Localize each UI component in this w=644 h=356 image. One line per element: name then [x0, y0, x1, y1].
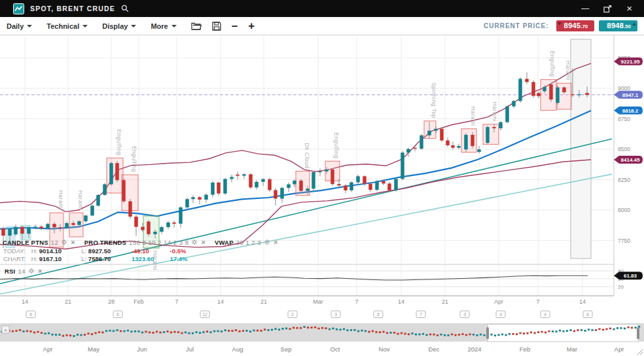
open-folder-icon[interactable] — [191, 22, 202, 30]
pattern-box-engulfing[interactable] — [541, 80, 556, 111]
navigator-mini-candle — [555, 330, 557, 332]
navigator-mini-candle — [224, 329, 226, 331]
navigator-mini-candle — [242, 330, 244, 332]
pattern-label: Harami — [470, 106, 476, 126]
navigator-selection[interactable] — [488, 325, 638, 342]
navigator-mini-candle — [192, 332, 194, 334]
indicator-vwap[interactable]: VWAP 20 1 2 3 × — [215, 238, 278, 246]
navigator-handle-left[interactable] — [486, 327, 489, 339]
navigator-mini-candle — [101, 332, 103, 334]
minimize-button[interactable]: — — [581, 5, 589, 12]
candle-body — [293, 181, 296, 185]
menu-display[interactable]: Display — [102, 22, 136, 30]
candle-body — [20, 227, 24, 234]
menu-more[interactable]: More — [151, 22, 176, 30]
navigator-month-label: Nov — [379, 346, 390, 353]
navigator-mini-candle — [350, 329, 352, 331]
candle-body — [363, 176, 367, 184]
resize-handle[interactable] — [637, 349, 643, 355]
indicator-overlay-row: CANDLE PTNS 12 × PRO TRENDS 150 3 10 2 1… — [3, 238, 277, 246]
price-marker-badge-value: 9221.95 — [621, 59, 640, 65]
navigator-mini-candle — [202, 331, 204, 333]
candle-body — [406, 149, 410, 153]
menu-daily[interactable]: Daily — [7, 22, 32, 30]
gear-icon[interactable] — [61, 239, 67, 245]
navigator-mini-candle — [559, 330, 561, 332]
close-icon[interactable]: × — [71, 238, 75, 246]
candle-body — [549, 84, 553, 99]
navigator-mini-candle — [483, 334, 485, 336]
chart-change-pct: 17.4% — [170, 255, 207, 263]
calendar-chip-count: 2 — [291, 312, 294, 317]
pattern-box-harami[interactable] — [69, 213, 83, 237]
navigator-mini-candle — [130, 330, 132, 332]
candle-body — [368, 184, 372, 190]
zoom-out-button[interactable]: – — [232, 21, 238, 31]
menu-display-label: Display — [102, 22, 128, 30]
navigator-mini-candle — [523, 332, 525, 334]
search-icon[interactable] — [121, 5, 129, 12]
pattern-box-engulfing[interactable] — [107, 158, 123, 193]
navigator-mini-candle — [166, 330, 168, 332]
rsi-indicator-label[interactable]: RSI 14 × — [5, 267, 42, 275]
navigator-mini-candle — [206, 330, 208, 332]
calendar-chip-count: 4 — [499, 312, 502, 317]
navigator-mini-candle — [113, 330, 115, 332]
date-tick-label: 14 — [398, 298, 404, 305]
navigator-mini-candle — [15, 330, 17, 332]
gear-icon[interactable] — [264, 239, 270, 245]
navigator-mini-candle — [221, 330, 223, 332]
chart-change: 1323.60 — [132, 255, 168, 263]
navigator-mini-candle — [591, 329, 593, 331]
candle-body — [349, 183, 353, 190]
navigator-mini-candle — [404, 333, 406, 335]
candle-body — [387, 183, 391, 190]
chart-canvas[interactable]: HaramiHaramiEngulfingEngulfingHaramiDk C… — [0, 35, 644, 356]
title-bar: SPOT, BRENT CRUDE — × — [0, 0, 644, 17]
menu-more-label: More — [151, 22, 168, 30]
date-tick-label: 14 — [22, 298, 28, 305]
close-icon[interactable]: × — [274, 238, 277, 246]
navigator-mini-candle — [425, 334, 427, 336]
navigator-mini-candle — [163, 331, 165, 333]
calendar-chip-count: 6 — [29, 312, 32, 317]
gear-icon[interactable] — [191, 239, 198, 245]
popout-window-icon[interactable] — [603, 5, 612, 13]
navigator-mini-candle — [37, 331, 39, 333]
navigator-handle-right[interactable] — [637, 327, 639, 339]
pattern-label: Engulfing — [116, 129, 122, 155]
navigator-mini-candle — [372, 330, 374, 332]
save-icon[interactable] — [212, 22, 221, 31]
close-icon[interactable]: × — [201, 238, 205, 246]
indicator-pro-trends[interactable]: PRO TRENDS 150 3 10 2 14 2 3 8 × — [84, 238, 206, 246]
pattern-label: Engulfing — [549, 51, 556, 77]
indicator-candle-patterns[interactable]: CANDLE PTNS 12 × — [3, 238, 75, 246]
candle-body — [141, 227, 145, 230]
zoom-in-button[interactable]: + — [248, 21, 255, 31]
navigator-mini-candle — [77, 334, 79, 336]
navigator-mini-candle — [329, 329, 331, 330]
candle-body — [280, 188, 284, 198]
navigator-mini-candle — [293, 327, 295, 329]
candle-body — [312, 172, 315, 188]
chevron-down-icon — [171, 25, 177, 27]
navigator-mini-candle — [44, 332, 46, 334]
candle-body — [268, 179, 272, 190]
navigator-mini-candle — [454, 334, 456, 336]
navigator-mini-candle — [141, 332, 143, 334]
menu-technical[interactable]: Technical — [46, 22, 88, 30]
price-tick-label: 8750 — [618, 116, 630, 122]
candle-body — [198, 197, 202, 200]
price-tick-label: 8250 — [618, 177, 630, 183]
candle-body — [46, 224, 50, 228]
pattern-box-harami[interactable] — [483, 124, 499, 145]
close-icon[interactable]: × — [38, 267, 42, 275]
date-tick-label: 14 — [217, 298, 224, 305]
navigator-mini-candle — [393, 332, 395, 334]
gear-icon[interactable] — [28, 268, 35, 274]
close-button[interactable]: × — [626, 5, 632, 12]
candle-body — [115, 163, 119, 180]
candle-body — [446, 141, 450, 145]
rsi-tick-label: 20 — [618, 284, 624, 290]
navigator-mini-candle — [271, 329, 273, 331]
